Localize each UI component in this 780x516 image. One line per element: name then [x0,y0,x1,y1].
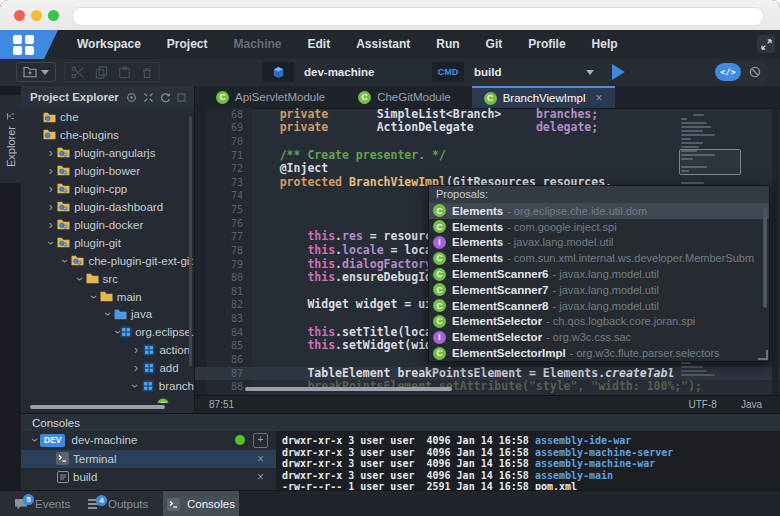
editor-vertical-scrollbar[interactable] [772,108,779,396]
line-number: 84 [207,326,243,340]
tab-close-icon[interactable]: × [596,91,603,105]
proposal-Elements[interactable]: CElements- com.sun.xml.internal.ws.devel… [429,250,769,266]
tree-horizontal-scrollbar[interactable] [30,405,165,409]
menu-assistant[interactable]: Assistant [343,30,423,59]
menu-workspace[interactable]: Workspace [64,30,154,59]
proposal-ElementSelectorImpl[interactable]: CElementSelectorImpl- org.w3c.flute.pars… [429,345,769,361]
proposal-Elements[interactable]: IElements- javax.lang.model.util [429,235,769,251]
tree-item-plugin-bower[interactable]: ›plugin-bower [21,162,194,180]
window-zoom-button[interactable] [48,10,59,21]
menu-help[interactable]: Help [579,30,631,59]
tree-item-plugin-docker[interactable]: ›plugin-docker [21,216,194,234]
menu-git[interactable]: Git [473,30,516,59]
paste-icon[interactable] [118,66,131,79]
code-view-toggle-button[interactable]: </> [715,63,741,81]
add-terminal-button[interactable]: + [253,433,268,448]
chevron-collapsed-icon[interactable]: › [45,202,56,212]
menu-machine[interactable]: Machine [221,30,295,59]
editor-tab-label: ApiServletModule [235,91,325,103]
minimize-panel-icon[interactable] [177,93,186,102]
chevron-collapsed-icon[interactable]: › [130,345,141,355]
bottom-tab-consoles[interactable]: Consoles [163,491,239,516]
editor-tab-CheGitModule[interactable]: CCheGitModule [346,86,463,108]
tree-item-che-plugins[interactable]: che-plugins [21,126,194,144]
close-process-icon[interactable]: × [257,470,264,484]
editor-tab-BranchViewImpl[interactable]: CBranchViewImpl× [472,86,615,108]
copy-icon[interactable] [95,66,108,79]
chevron-expanded-icon[interactable]: › [74,273,84,284]
proposal-ElementScanner7[interactable]: CElementScanner7- javax.lang.model.util [429,282,769,298]
browser-address-bar[interactable] [72,7,764,26]
proposals-scrollbar[interactable] [763,208,767,308]
bottom-tab-outputs[interactable]: 4Outputs [88,491,148,516]
editor-horizontal-scrollbar[interactable] [245,387,452,391]
fullscreen-toggle-button[interactable] [757,35,775,53]
tree-item-partial[interactable]: C [21,395,194,403]
proposal-ElementScanner8[interactable]: CElementScanner8- javax.lang.model.util [429,298,769,314]
console-output[interactable]: drwxr-xr-x 3 user user 4096 Jan 14 16:58… [276,431,780,490]
chevron-expanded-icon[interactable]: › [131,381,141,392]
tree-item-java[interactable]: ›java [21,305,194,323]
chevron-expanded-icon[interactable]: › [46,237,56,248]
tree-item-plugin-git[interactable]: ›plugin-git [21,234,194,252]
tree-item-label: main [117,291,142,303]
chevron-collapsed-icon[interactable]: › [45,184,56,194]
chevron-expanded-icon[interactable]: › [60,255,70,266]
proposal-Elements[interactable]: CElements- org.eclipse.che.ide.util.dom [429,203,769,219]
tree-item-org.eclipse.che[interactable]: ›org.eclipse.che [21,323,194,341]
class-icon: C [433,220,446,233]
tree-item-che[interactable]: che [21,108,194,126]
process-Terminal[interactable]: Terminal× [21,450,276,468]
tree-item-plugin-dashboard[interactable]: ›plugin-dashboard [21,198,194,216]
preview-off-toggle-button[interactable] [741,65,769,79]
tree-item-main[interactable]: ›main [21,288,194,306]
proposal-ElementSelector[interactable]: CElementSelector- ch.qos.logback.core.jo… [429,314,769,330]
chevron-collapsed-icon[interactable]: › [130,363,141,373]
explorer-vertical-tab[interactable]: Explorer [0,95,21,183]
encoding-label[interactable]: UTF-8 [689,399,717,410]
line-number: 87 [207,367,243,381]
menu-profile[interactable]: Profile [515,30,578,59]
minimap-viewport[interactable] [679,149,741,175]
menu-project[interactable]: Project [154,30,221,59]
cut-icon[interactable] [71,66,85,79]
proposal-name: Elements [452,236,503,248]
tree-item-che-plugin-git-ext-git[interactable]: ›che-plugin-git-ext-git [21,252,194,270]
window-minimize-button[interactable] [31,10,42,21]
machine-selector[interactable]: dev-machine [262,62,426,82]
tree-item-branch[interactable]: ›branch [21,377,194,395]
close-process-icon[interactable]: × [257,452,264,466]
tree-item-action[interactable]: ›action [21,341,194,359]
run-command-button[interactable] [612,64,625,80]
menu-edit[interactable]: Edit [295,30,344,59]
chevron-expanded-icon[interactable]: › [88,291,98,302]
process-dev-machine[interactable]: ›DEVdev-machine+ [21,431,276,449]
collapse-all-icon[interactable] [143,92,154,103]
proposal-ElementScanner6[interactable]: CElementScanner6- javax.lang.model.util [429,266,769,282]
language-label[interactable]: Java [741,399,762,410]
proposal-Elements[interactable]: CElements- com.google.inject.spi [429,219,769,235]
chevron-collapsed-icon[interactable]: › [45,220,56,230]
tree-item-plugin-angularjs[interactable]: ›plugin-angularjs [21,144,194,162]
command-selector[interactable]: CMD build [432,62,604,82]
tree-item-plugin-cpp[interactable]: ›plugin-cpp [21,180,194,198]
proposal-ElementSelector[interactable]: IElementSelector- org.w3c.css.sac [429,329,769,345]
locate-target-icon[interactable] [126,92,137,103]
editor-tab-ApiServletModule[interactable]: CApiServletModule [204,86,337,108]
tree-vertical-scrollbar[interactable] [189,116,192,366]
chevron-expanded-icon[interactable]: › [30,435,40,446]
delete-icon[interactable] [141,66,153,79]
tree-item-add[interactable]: ›add [21,359,194,377]
chevron-collapsed-icon[interactable]: › [45,148,56,158]
window-close-button[interactable] [14,10,25,21]
chevron-expanded-icon[interactable]: › [103,309,113,320]
refresh-icon[interactable] [160,92,171,103]
tree-item-src[interactable]: ›src [21,270,194,288]
process-build[interactable]: build× [21,468,276,486]
bottom-tab-events[interactable]: 5Events [14,491,70,516]
chevron-collapsed-icon[interactable]: › [45,166,56,176]
proposals-resize-grip[interactable] [758,350,768,360]
new-project-button[interactable] [16,62,56,82]
chevron-expanded-icon[interactable]: › [113,330,123,334]
menu-run[interactable]: Run [423,30,472,59]
